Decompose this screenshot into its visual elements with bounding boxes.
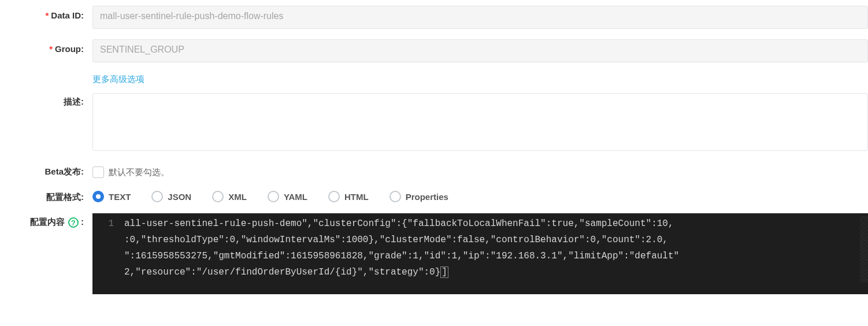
radio-dot-icon xyxy=(212,191,224,202)
radio-label: TEXT xyxy=(109,192,131,202)
radio-label: JSON xyxy=(168,192,191,202)
radio-dot-icon xyxy=(92,191,104,202)
row-content: 配置内容 ? : 1 all-user-sentinel-rule-push-d… xyxy=(0,213,868,294)
row-beta: Beta发布: 默认不要勾选。 xyxy=(0,163,868,178)
code-editor[interactable]: 1 all-user-sentinel-rule-push-demo","clu… xyxy=(92,213,868,294)
row-group: *Group: SENTINEL_GROUP xyxy=(0,39,868,62)
radio-dot-icon xyxy=(328,191,340,202)
label-content-colon: : xyxy=(81,217,84,227)
editor-scrollbar[interactable] xyxy=(860,216,868,283)
radio-dot-icon xyxy=(151,191,163,202)
format-radio-yaml[interactable]: YAML xyxy=(268,191,307,202)
format-radio-properties[interactable]: Properties xyxy=(390,191,448,202)
editor-code[interactable]: all-user-sentinel-rule-push-demo","clust… xyxy=(124,216,860,283)
label-description: 描述: xyxy=(0,93,92,108)
format-radio-json[interactable]: JSON xyxy=(151,191,191,202)
required-star-icon: * xyxy=(45,10,49,20)
radio-label: HTML xyxy=(344,192,369,202)
beta-hint-text: 默认不要勾选。 xyxy=(109,167,169,178)
format-radio-group: TEXTJSONXMLYAMLHTMLProperties xyxy=(92,188,868,202)
label-content: 配置内容 ? : xyxy=(0,213,92,228)
group-input[interactable]: SENTINEL_GROUP xyxy=(92,39,868,62)
label-content-text: 配置内容 xyxy=(30,217,65,227)
radio-label: Properties xyxy=(406,192,448,202)
format-radio-html[interactable]: HTML xyxy=(328,191,369,202)
label-data-id: *Data ID: xyxy=(0,6,92,20)
advanced-options-link[interactable]: 更多高级选项 xyxy=(92,73,144,85)
format-radio-xml[interactable]: XML xyxy=(212,191,247,202)
label-group: *Group: xyxy=(0,39,92,54)
editor-gutter: 1 xyxy=(92,216,124,283)
label-group-text: Group: xyxy=(55,44,84,54)
help-icon[interactable]: ? xyxy=(68,217,79,228)
radio-dot-icon xyxy=(390,191,401,202)
label-format: 配置格式: xyxy=(0,188,92,203)
description-textarea[interactable] xyxy=(92,93,868,151)
radio-label: XML xyxy=(228,192,247,202)
label-beta: Beta发布: xyxy=(0,163,92,177)
row-advanced: 更多高级选项 xyxy=(0,73,868,85)
row-description: 描述: xyxy=(0,93,868,153)
format-radio-text[interactable]: TEXT xyxy=(92,191,131,202)
data-id-input[interactable]: mall-user-sentinel-rule-push-demo-flow-r… xyxy=(92,6,868,29)
beta-checkbox[interactable] xyxy=(92,166,104,178)
label-data-id-text: Data ID: xyxy=(51,10,84,20)
required-star-icon: * xyxy=(49,44,53,54)
row-data-id: *Data ID: mall-user-sentinel-rule-push-d… xyxy=(0,6,868,29)
row-format: 配置格式: TEXTJSONXMLYAMLHTMLProperties xyxy=(0,188,868,203)
radio-label: YAML xyxy=(284,192,307,202)
radio-dot-icon xyxy=(268,191,279,202)
